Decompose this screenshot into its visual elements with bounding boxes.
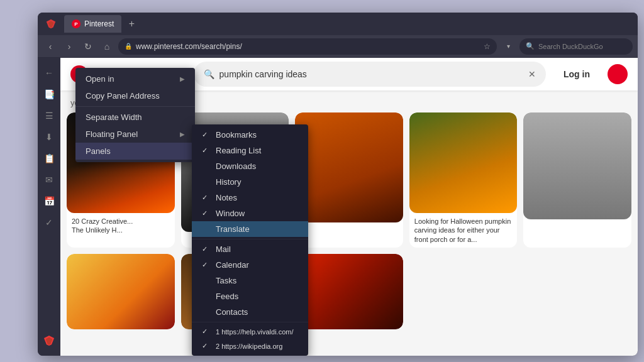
tab-bar: P Pinterest + [38, 13, 638, 35]
sm-mail-label: Mail [216, 244, 298, 254]
sm-calendar[interactable]: ✓ Calendar [192, 257, 308, 273]
back-button[interactable]: ‹ [43, 39, 58, 54]
list-item[interactable]: Looking for Halloween pumpkin carving id… [409, 112, 518, 248]
sm-url-1[interactable]: ✓ 1 https://help.vivaldi.com/ [192, 324, 308, 339]
sidebar-calendar[interactable]: 📅 [39, 191, 59, 211]
sm-separator [192, 239, 308, 239]
sidebar-vivaldi[interactable] [39, 331, 59, 351]
panels-submenu: ✓ Bookmarks ✓ Reading List Downloads His… [192, 124, 308, 356]
address-text: www.pinterest.com/search/pins/ [136, 42, 480, 51]
sm-notes[interactable]: ✓ Notes [192, 190, 308, 206]
lock-icon: 🔒 [125, 43, 132, 50]
sm-separator-2 [192, 322, 308, 322]
bookmark-icon[interactable]: ☆ [484, 42, 491, 51]
reload-button[interactable]: ↻ [80, 39, 96, 54]
sidebar-mail[interactable]: ✉ [39, 170, 59, 190]
search-clear-icon[interactable]: ✕ [528, 69, 536, 79]
search-placeholder: Search DuckDuckGo [538, 43, 603, 50]
sm-check-icon: ✓ [202, 245, 211, 253]
address-bar[interactable]: 🔒 www.pinterest.com/search/pins/ ☆ [118, 38, 497, 55]
context-menu-main: Open in ▶ Copy Panel Address Separate Wi… [75, 68, 195, 162]
sm-check-icon: ✓ [202, 327, 211, 336]
browser-window: P Pinterest + ‹ › ↻ ⌂ 🔒 www.pinterest.co… [38, 13, 638, 356]
sm-reading-label: Reading List [216, 146, 298, 155]
pinterest-avatar[interactable] [608, 64, 628, 84]
sm-tasks-label: Tasks [216, 276, 298, 285]
tab-add-button[interactable]: + [124, 16, 139, 31]
list-item[interactable] [295, 112, 403, 248]
sm-downloads-label: Downloads [216, 162, 298, 171]
sm-translate-label: Translate [216, 224, 298, 234]
cm-floating-label: Floating Panel [86, 129, 138, 139]
home-button[interactable]: ⌂ [99, 39, 114, 54]
sm-check-icon: ✓ [202, 342, 211, 350]
sm-check-icon: ✓ [202, 146, 211, 155]
pinterest-search-bar[interactable]: 🔍 pumpkin carving ideas ✕ [194, 62, 546, 87]
context-menu: Open in ▶ Copy Panel Address Separate Wi… [75, 68, 195, 162]
cm-separator [75, 106, 195, 107]
cm-copy-label: Copy Panel Address [86, 91, 160, 101]
sm-history[interactable]: History [192, 174, 308, 190]
sm-url1-label: 1 https://help.vivaldi.com/ [216, 328, 298, 336]
list-item[interactable] [67, 254, 175, 329]
sidebar-reading-list[interactable]: ☰ [39, 106, 59, 126]
pinterest-search-text: pumpkin carving ideas [219, 69, 307, 79]
sm-history-label: History [216, 177, 298, 187]
sm-check-icon: ✓ [202, 131, 211, 139]
sm-bookmarks[interactable]: ✓ Bookmarks [192, 127, 308, 143]
sidebar-back[interactable]: ← [39, 63, 59, 83]
sm-window[interactable]: ✓ Window [192, 206, 308, 221]
pinterest-login-button[interactable]: Log in [553, 64, 600, 84]
cm-arrow-icon: ▶ [180, 75, 185, 82]
sm-url-2[interactable]: ✓ 2 https://wikipedia.org [192, 339, 308, 353]
sidebar-downloads[interactable]: ⬇ [39, 127, 59, 147]
nav-dropdown[interactable]: ▾ [501, 39, 516, 54]
sm-contacts-label: Contacts [216, 307, 298, 317]
sm-notes-label: Notes [216, 193, 298, 202]
browser-sidebar: ← 📑 ☰ ⬇ 📋 ✉ 📅 ✓ [38, 58, 60, 356]
sm-translate[interactable]: Translate [192, 221, 308, 237]
sm-mail[interactable]: ✓ Mail [192, 241, 308, 257]
pin-label: Looking for Halloween pumpkin carving id… [409, 213, 518, 248]
cm-open-in-label: Open in [86, 74, 114, 84]
list-item[interactable] [523, 112, 631, 248]
pin-label: 20 Crazy Creative...The Unlikely H... [67, 213, 175, 239]
sm-feeds[interactable]: Feeds [192, 288, 308, 304]
cm-separate-label: Separate Width [86, 112, 142, 122]
sm-contacts[interactable]: Contacts [192, 304, 308, 320]
sm-calendar-label: Calendar [216, 260, 298, 270]
forward-button[interactable]: › [62, 39, 77, 54]
sidebar-bookmarks[interactable]: 📑 [39, 84, 59, 104]
sm-check-icon: ✓ [202, 261, 211, 269]
search-duck-icon: 🔍 [526, 42, 535, 50]
sm-url2-label: 2 https://wikipedia.org [216, 343, 298, 350]
cm-panels-label: Panels [86, 146, 111, 156]
cm-open-in[interactable]: Open in ▶ [75, 70, 195, 87]
active-tab[interactable]: P Pinterest [64, 15, 121, 33]
cm-floating-arrow: ▶ [180, 131, 185, 138]
sm-downloads[interactable]: Downloads [192, 158, 308, 174]
cm-separate-width[interactable]: Separate Width [75, 109, 195, 126]
sm-check-icon: ✓ [202, 209, 211, 217]
pinterest-search-icon: 🔍 [204, 69, 214, 79]
cm-panels[interactable]: Panels [75, 143, 195, 160]
sm-bookmarks-label: Bookmarks [216, 130, 298, 140]
sm-window-label: Window [216, 209, 298, 218]
cm-copy-address[interactable]: Copy Panel Address [75, 87, 195, 104]
list-item[interactable] [295, 254, 403, 329]
sidebar-notes[interactable]: 📋 [39, 148, 59, 168]
sm-reading-list[interactable]: ✓ Reading List [192, 143, 308, 158]
tab-title: Pinterest [84, 19, 114, 28]
search-bar[interactable]: 🔍 Search DuckDuckGo [519, 38, 633, 55]
nav-bar: ‹ › ↻ ⌂ 🔒 www.pinterest.com/search/pins/… [38, 35, 638, 58]
tab-favicon: P [72, 19, 80, 28]
cm-floating-panel[interactable]: Floating Panel ▶ [75, 126, 195, 143]
sm-feeds-label: Feeds [216, 292, 298, 301]
sidebar-tasks[interactable]: ✓ [39, 212, 59, 233]
sm-tasks[interactable]: Tasks [192, 273, 308, 288]
sm-check-icon: ✓ [202, 194, 211, 202]
